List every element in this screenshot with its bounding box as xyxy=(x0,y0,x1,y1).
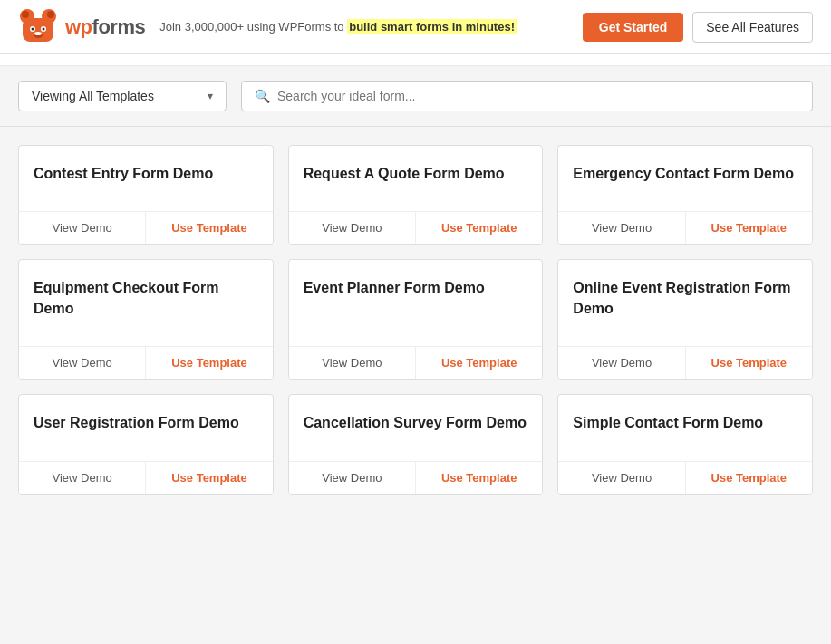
svg-point-7 xyxy=(47,11,54,18)
card-title: Cancellation Survey Form Demo xyxy=(304,413,528,433)
template-card: Equipment Checkout Form Demo View Demo U… xyxy=(18,259,274,380)
card-body: Event Planner Form Demo xyxy=(289,260,543,346)
svg-point-6 xyxy=(22,11,29,18)
view-demo-button[interactable]: View Demo xyxy=(289,462,416,494)
view-demo-button[interactable]: View Demo xyxy=(19,462,146,494)
use-template-button[interactable]: Use Template xyxy=(686,347,812,379)
card-body: Contest Entry Form Demo xyxy=(19,146,273,211)
card-footer: View Demo Use Template xyxy=(558,346,812,379)
use-template-button[interactable]: Use Template xyxy=(146,347,272,379)
logo-bear-icon xyxy=(18,7,58,47)
header-left: wpforms Join 3,000,000+ using WPForms to… xyxy=(18,7,517,47)
card-footer: View Demo Use Template xyxy=(558,461,812,494)
svg-point-10 xyxy=(34,32,42,35)
template-card: Cancellation Survey Form Demo View Demo … xyxy=(288,394,544,494)
get-started-button[interactable]: Get Started xyxy=(583,13,683,42)
use-template-button[interactable]: Use Template xyxy=(146,462,272,494)
view-demo-button[interactable]: View Demo xyxy=(558,212,685,244)
filters-bar: Viewing All Templates ▾ 🔍 xyxy=(0,66,831,127)
template-card: Event Planner Form Demo View Demo Use Te… xyxy=(288,259,544,380)
chevron-down-icon: ▾ xyxy=(208,90,213,102)
card-title: User Registration Form Demo xyxy=(34,413,258,433)
card-title: Contest Entry Form Demo xyxy=(34,164,258,184)
tagline-bar xyxy=(0,54,831,66)
card-body: Simple Contact Form Demo xyxy=(558,395,812,460)
card-body: Online Event Registration Form Demo xyxy=(558,260,812,346)
use-template-button[interactable]: Use Template xyxy=(416,462,542,494)
card-title: Equipment Checkout Form Demo xyxy=(34,278,258,319)
template-card: Request A Quote Form Demo View Demo Use … xyxy=(288,145,544,245)
template-card: Emergency Contact Form Demo View Demo Us… xyxy=(557,145,813,245)
use-template-button[interactable]: Use Template xyxy=(146,212,272,244)
view-demo-button[interactable]: View Demo xyxy=(19,212,146,244)
card-footer: View Demo Use Template xyxy=(19,346,273,379)
header-buttons: Get Started See All Features xyxy=(583,12,813,43)
card-body: Emergency Contact Form Demo xyxy=(558,146,812,211)
svg-point-8 xyxy=(32,27,34,30)
card-footer: View Demo Use Template xyxy=(19,461,273,494)
tagline-highlight: build smart forms in minutes! xyxy=(347,19,517,34)
view-demo-button[interactable]: View Demo xyxy=(558,462,685,494)
view-demo-button[interactable]: View Demo xyxy=(289,347,416,379)
card-title: Online Event Registration Form Demo xyxy=(573,278,797,319)
search-input[interactable] xyxy=(277,89,799,103)
logo[interactable]: wpforms xyxy=(18,7,145,47)
header-tagline: Join 3,000,000+ using WPForms to build s… xyxy=(159,20,517,34)
card-title: Simple Contact Form Demo xyxy=(573,413,797,433)
card-title: Event Planner Form Demo xyxy=(304,278,528,298)
search-icon: 🔍 xyxy=(255,89,270,103)
template-card: Contest Entry Form Demo View Demo Use Te… xyxy=(18,145,274,245)
card-footer: View Demo Use Template xyxy=(289,461,543,494)
see-all-features-button[interactable]: See All Features xyxy=(692,12,813,43)
template-card: User Registration Form Demo View Demo Us… xyxy=(18,394,274,494)
search-box: 🔍 xyxy=(241,81,813,111)
card-body: Cancellation Survey Form Demo xyxy=(289,395,543,460)
template-filter-dropdown[interactable]: Viewing All Templates ▾ xyxy=(18,81,227,111)
use-template-button[interactable]: Use Template xyxy=(686,462,812,494)
use-template-button[interactable]: Use Template xyxy=(686,212,812,244)
card-body: Equipment Checkout Form Demo xyxy=(19,260,273,346)
card-body: User Registration Form Demo xyxy=(19,395,273,460)
svg-point-9 xyxy=(43,27,45,30)
use-template-button[interactable]: Use Template xyxy=(416,212,542,244)
svg-rect-2 xyxy=(23,18,53,42)
template-card: Simple Contact Form Demo View Demo Use T… xyxy=(557,394,813,494)
use-template-button[interactable]: Use Template xyxy=(416,347,542,379)
card-footer: View Demo Use Template xyxy=(19,211,273,244)
template-card: Online Event Registration Form Demo View… xyxy=(557,259,813,380)
logo-text: wpforms xyxy=(65,15,145,38)
card-footer: View Demo Use Template xyxy=(289,346,543,379)
logo-wordmark: wpforms xyxy=(65,15,145,39)
card-body: Request A Quote Form Demo xyxy=(289,146,543,211)
dropdown-label: Viewing All Templates xyxy=(32,89,154,103)
view-demo-button[interactable]: View Demo xyxy=(19,347,146,379)
view-demo-button[interactable]: View Demo xyxy=(558,347,685,379)
card-footer: View Demo Use Template xyxy=(558,211,812,244)
card-footer: View Demo Use Template xyxy=(289,211,543,244)
view-demo-button[interactable]: View Demo xyxy=(289,212,416,244)
card-title: Request A Quote Form Demo xyxy=(304,164,528,184)
card-title: Emergency Contact Form Demo xyxy=(573,164,797,184)
template-grid: Contest Entry Form Demo View Demo Use Te… xyxy=(0,127,831,513)
tagline-text: Join 3,000,000+ using WPForms to xyxy=(159,20,347,34)
site-header: wpforms Join 3,000,000+ using WPForms to… xyxy=(0,0,831,54)
